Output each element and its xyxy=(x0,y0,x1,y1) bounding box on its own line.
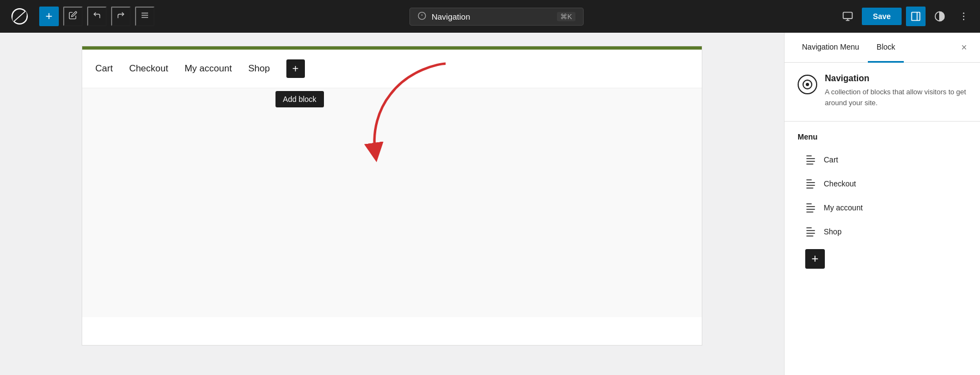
menu-item-label-checkout: Checkout xyxy=(824,179,856,188)
block-title: Navigation xyxy=(825,74,967,83)
menu-section-label: Menu xyxy=(798,132,967,141)
sidebar-content: Navigation A collection of blocks that a… xyxy=(785,63,980,375)
redo-button[interactable] xyxy=(111,7,131,26)
block-description: Navigation A collection of blocks that a… xyxy=(825,74,967,108)
svg-point-12 xyxy=(963,13,965,14)
toolbar-center: Navigation ⌘K xyxy=(159,8,834,26)
toolbar-right: Save xyxy=(838,7,973,26)
canvas-frame: Cart Checkout My account Shop + Add bloc… xyxy=(82,46,702,346)
svg-rect-6 xyxy=(843,13,853,19)
nav-bar: Cart Checkout My account Shop + Add bloc… xyxy=(82,50,702,88)
add-block-inline-button[interactable]: + xyxy=(286,59,305,78)
block-info: Navigation A collection of blocks that a… xyxy=(798,74,967,108)
canvas-area: Cart Checkout My account Shop + Add bloc… xyxy=(0,33,784,375)
page-icon-my-account xyxy=(805,202,816,213)
more-options-button[interactable] xyxy=(954,7,973,26)
menu-item-label-my-account: My account xyxy=(824,203,863,212)
menu-item-shop[interactable]: Shop xyxy=(798,221,967,243)
pencil-icon-button[interactable] xyxy=(63,7,83,26)
page-icon-cart xyxy=(805,154,816,165)
nav-item-shop[interactable]: Shop xyxy=(248,63,270,74)
desktop-view-button[interactable] xyxy=(838,7,857,26)
page-icon-checkout xyxy=(805,178,816,189)
tab-block[interactable]: Block xyxy=(868,33,904,63)
menu-item-checkout[interactable]: Checkout xyxy=(798,173,967,195)
menu-item-label-cart: Cart xyxy=(824,155,838,164)
sidebar-divider xyxy=(785,121,980,122)
save-button[interactable]: Save xyxy=(862,8,902,25)
tab-navigation-menu[interactable]: Navigation Menu xyxy=(793,33,868,63)
menu-items-list: Cart Checkout xyxy=(798,149,967,243)
page-icon-shop xyxy=(805,226,816,237)
list-view-button[interactable] xyxy=(135,7,155,26)
canvas-content xyxy=(82,88,702,317)
navigation-icon xyxy=(418,11,426,22)
menu-item-cart[interactable]: Cart xyxy=(798,149,967,171)
svg-point-14 xyxy=(963,19,965,21)
contrast-button[interactable] xyxy=(930,7,950,26)
add-block-tooltip: Add block xyxy=(275,91,324,107)
sidebar-toggle-button[interactable] xyxy=(906,7,926,26)
add-menu-item-button[interactable]: + xyxy=(805,249,825,269)
search-bar[interactable]: Navigation ⌘K xyxy=(409,8,584,26)
nav-item-checkout[interactable]: Checkout xyxy=(129,63,168,74)
nav-item-my-account[interactable]: My account xyxy=(185,63,232,74)
block-desc: A collection of blocks that allow visito… xyxy=(825,87,967,108)
undo-button[interactable] xyxy=(87,7,107,26)
navigation-block-icon xyxy=(798,75,817,94)
sidebar-tabs: Navigation Menu Block × xyxy=(785,33,980,63)
nav-item-cart[interactable]: Cart xyxy=(95,63,113,74)
wp-logo xyxy=(7,0,33,33)
sidebar: Navigation Menu Block × Navigation A col… xyxy=(784,33,980,375)
add-block-button[interactable]: + xyxy=(39,7,59,26)
svg-rect-9 xyxy=(912,13,920,21)
main-layout: Cart Checkout My account Shop + Add bloc… xyxy=(0,33,980,375)
search-bar-text: Navigation xyxy=(432,12,552,21)
search-shortcut: ⌘K xyxy=(557,12,575,21)
svg-point-13 xyxy=(963,16,965,17)
menu-item-my-account[interactable]: My account xyxy=(798,197,967,219)
toolbar: + Navigation ⌘K Save xyxy=(0,0,980,33)
menu-item-label-shop: Shop xyxy=(824,227,842,236)
sidebar-close-button[interactable]: × xyxy=(957,38,971,58)
